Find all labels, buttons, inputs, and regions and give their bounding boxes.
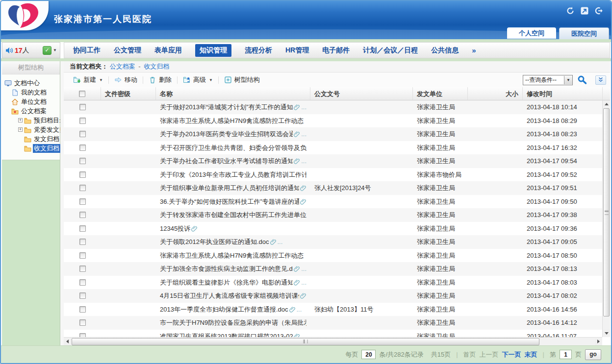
toolbar-button-advanced[interactable]: 高级▼ — [178, 75, 218, 84]
unitdoc-icon — [11, 98, 19, 105]
tree-item[interactable]: +党委发文归档 — [3, 125, 60, 134]
toolbar-button-tree[interactable]: 树型结构 — [219, 75, 265, 84]
nav-more-chevron[interactable]: » — [472, 46, 476, 54]
next-page-link[interactable]: 下一页 — [502, 350, 521, 359]
tree-expander-icon[interactable]: + — [18, 127, 23, 132]
per-page-input[interactable] — [361, 350, 376, 359]
unit-cell: 张家港卫生局 — [413, 276, 468, 290]
breadcrumb-link-current[interactable]: 收文归档 — [144, 63, 169, 70]
prev-page-link[interactable]: 上一页 — [480, 350, 499, 359]
scroll-up-button[interactable] — [603, 100, 610, 108]
row-checkbox[interactable] — [79, 319, 86, 326]
nav-item[interactable]: 协同工作 — [73, 46, 101, 55]
nav-item[interactable]: 公共信息 — [431, 46, 459, 55]
nav-item[interactable]: 流程分析 — [245, 46, 272, 55]
secrecy-cell — [101, 289, 156, 303]
document-name[interactable]: 关于加强全市食源性疾病主动监测工作的意见.doc — [160, 262, 293, 276]
first-page-link[interactable]: 首页 — [463, 350, 476, 359]
row-checkbox[interactable] — [79, 212, 86, 218]
tree-item[interactable]: 我的文档 — [3, 88, 60, 97]
row-checkbox[interactable] — [79, 185, 86, 191]
document-name[interactable]: 关于转发张家港市创建全国农村中医药工作先进单位实施方 — [160, 208, 306, 222]
nav-item[interactable]: 电子邮件 — [322, 46, 350, 55]
mail-icon[interactable] — [580, 6, 589, 15]
document-name[interactable]: 关于举办2013年医药类专业毕业生招聘双选会通知 — [160, 127, 293, 141]
query-condition-select[interactable]: --查询条件-- ▼ — [523, 75, 573, 85]
logout-icon[interactable] — [594, 6, 603, 15]
row-checkbox[interactable] — [79, 292, 86, 299]
breadcrumb-link-archive[interactable]: 公文档案 — [110, 63, 135, 70]
tree-item[interactable]: 文档中心 — [3, 78, 60, 88]
row-checkbox[interactable] — [79, 225, 86, 232]
toolbar-button-move[interactable]: 移动 — [109, 75, 143, 84]
page-number-input[interactable] — [560, 350, 572, 359]
row-checkbox[interactable] — [79, 333, 86, 337]
nav-item[interactable]: 知识管理 — [195, 44, 231, 57]
row-checkbox[interactable] — [79, 198, 86, 205]
document-name[interactable]: 市一院关于H7N9防控设备应急采购的申请（朱局批示）.P — [160, 316, 306, 330]
row-checkbox[interactable] — [79, 104, 86, 110]
vertical-scrollbar[interactable] — [602, 100, 610, 337]
scroll-right-button[interactable] — [595, 338, 602, 345]
document-name[interactable]: 关于做好2013年“港城英才计划”有关工作的通知.doc — [160, 100, 293, 114]
row-checkbox[interactable] — [79, 131, 86, 137]
tab-personal-space[interactable]: 个人空间 — [507, 27, 556, 39]
document-name[interactable]: 关于召开医疗卫生单位共青团、妇委会分管领导及负责人会 — [160, 141, 306, 155]
scroll-left-button[interactable] — [64, 338, 71, 345]
document-name[interactable]: 12345投诉 — [160, 222, 190, 236]
vertical-scroll-thumb[interactable] — [603, 108, 610, 316]
document-name[interactable]: 准国家卫生直报系统2013数据接口规范2013-02-19.doc — [160, 330, 293, 338]
select-all-checkbox[interactable] — [79, 91, 85, 97]
document-name[interactable]: 关于印发《2013年全市政工专业人员教育培训工作计划》的 — [160, 168, 306, 182]
table-row: 关于举办2013年医药类专业毕业生招聘双选会通知...张家港卫生局2013-04… — [64, 127, 602, 141]
scroll-down-button[interactable] — [603, 330, 610, 337]
select-dropdown-icon[interactable]: ▼ — [564, 76, 572, 84]
unit-cell: 张家港卫生局 — [413, 127, 468, 141]
horizontal-scroll-thumb[interactable] — [72, 338, 539, 345]
row-checkbox[interactable] — [79, 252, 86, 259]
toolbar-button-new[interactable]: 新建▼ — [68, 75, 108, 84]
row-checkbox[interactable] — [79, 239, 86, 245]
docno-cell — [310, 208, 413, 222]
document-name[interactable]: 关于组织观看主旋律影片《徐兆华》电影的通知.PDF — [160, 276, 293, 290]
row-checkbox[interactable] — [79, 266, 86, 272]
document-name[interactable]: 2013年一季度全市妇幼保健工作督查通报.doc — [160, 303, 288, 316]
document-name[interactable]: 关于领取2012年执业医师证的通知.doc — [160, 235, 269, 249]
document-name[interactable]: 张家港市卫生系统人感染H7N9禽流感防控工作动态（第9 — [160, 249, 306, 263]
document-name[interactable]: 关于举办社会工作者职业水平考试辅导班的通知.doc — [160, 154, 293, 168]
table-row: 准国家卫生直报系统2013数据接口规范2013-02-19.doc...张家港卫… — [64, 330, 602, 338]
tree-item[interactable]: 收文归档 — [3, 144, 60, 153]
document-name[interactable]: 关于组织事业单位新录用工作人员初任培训的通知.doc — [160, 181, 299, 195]
row-checkbox[interactable] — [79, 279, 86, 286]
tree-item[interactable]: 公文档案 — [3, 106, 60, 116]
tree-item[interactable]: +预归档目录 — [3, 116, 60, 125]
row-checkbox[interactable] — [79, 158, 86, 164]
document-name[interactable]: 4月15日省卫生厅人禽流感省级专家组视频培训课件.rar — [160, 289, 299, 303]
row-checkbox-cell — [64, 100, 101, 114]
collapse-panel-button[interactable] — [595, 75, 606, 85]
go-button[interactable]: go — [585, 349, 601, 360]
row-checkbox[interactable] — [79, 145, 86, 151]
tree-expander-icon[interactable]: + — [18, 118, 23, 122]
nav-item[interactable]: 公文管理 — [114, 46, 141, 55]
document-name[interactable]: 张家港市卫生系统人感染H7N9禽流感防控工作动态（第1 — [160, 114, 306, 128]
row-checkbox[interactable] — [79, 306, 86, 313]
horizontal-scrollbar[interactable] — [64, 337, 602, 345]
status-check-button[interactable]: ✓ — [43, 46, 51, 55]
document-name[interactable]: 36.关于举办“如何做好医院科技工作”专题讲座的通知.doc — [160, 195, 299, 209]
status-caret-icon[interactable]: ▼ — [53, 48, 57, 52]
toolbar-button-delete[interactable]: 删除 — [143, 75, 177, 84]
tree-item[interactable]: 单位文档 — [3, 97, 60, 106]
tab-hospital-space[interactable]: 医院空间 — [559, 27, 609, 39]
tree-item[interactable]: 发文归档 — [3, 134, 60, 144]
row-checkbox[interactable] — [79, 171, 86, 178]
nav-item[interactable]: HR管理 — [285, 46, 309, 55]
last-page-link[interactable]: 末页 — [525, 350, 537, 359]
name-cell: 关于做好2013年“港城英才计划”有关工作的通知.doc... — [156, 100, 310, 114]
table-row: 张家港市卫生系统人感染H7N9禽流感防控工作动态（第9张家港卫生局2013-04… — [64, 249, 602, 263]
search-icon[interactable] — [577, 75, 587, 85]
nav-item[interactable]: 表单应用 — [154, 46, 182, 55]
refresh-icon[interactable] — [566, 6, 575, 15]
row-checkbox[interactable] — [79, 118, 86, 124]
nav-item[interactable]: 计划／会议／日程 — [363, 46, 418, 55]
